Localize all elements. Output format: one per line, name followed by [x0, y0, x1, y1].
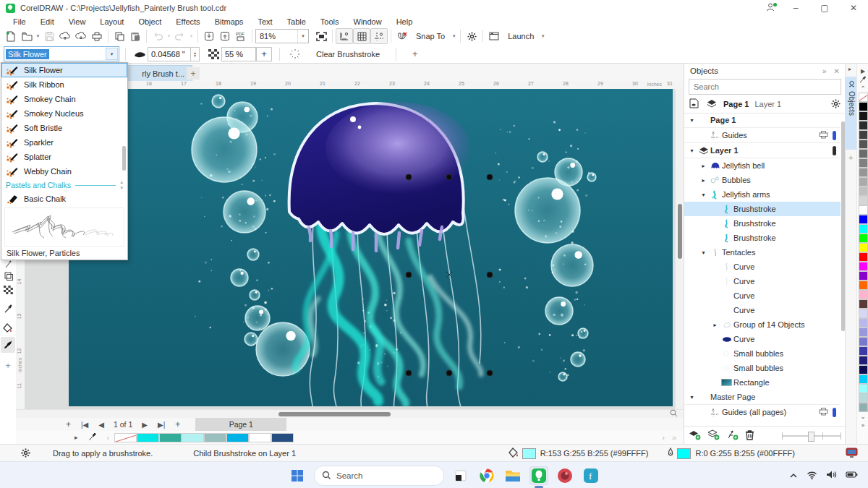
- crop-tool-icon[interactable]: [1, 267, 15, 283]
- show-grid-icon[interactable]: [353, 28, 370, 44]
- palette-expand-more-icon[interactable]: »: [861, 421, 864, 429]
- tree-expand-icon[interactable]: ▸: [710, 322, 720, 328]
- taskbar-search[interactable]: Search: [314, 466, 444, 486]
- drawing-page[interactable]: [69, 89, 673, 406]
- color-swatch-b8b8ec[interactable]: [859, 318, 868, 328]
- task-view-icon[interactable]: [451, 466, 470, 485]
- tree-expand-icon[interactable]: ▸: [699, 163, 708, 169]
- tree-row-brushstroke[interactable]: Brushstroke: [684, 231, 841, 245]
- menu-table[interactable]: Table: [280, 17, 313, 26]
- brush-option-smokey-nucleus[interactable]: Smokey Nucleus: [1, 106, 127, 121]
- new-layer-icon[interactable]: [689, 429, 701, 442]
- show-objects-icon[interactable]: [689, 98, 700, 110]
- menu-view[interactable]: View: [61, 17, 93, 26]
- doc-color-swatch-00b3e6[interactable]: [226, 433, 249, 442]
- menu-layout[interactable]: Layout: [93, 17, 131, 26]
- layer-state-icon[interactable]: [706, 99, 718, 109]
- color-swatch-d6d6f5[interactable]: [859, 309, 868, 318]
- tree-expand-icon[interactable]: ▸: [699, 177, 708, 184]
- tree-expand-icon[interactable]: ▾: [687, 117, 697, 124]
- publish-pdf-icon[interactable]: PDF: [233, 29, 249, 43]
- color-swatch-3a3aa8[interactable]: [859, 346, 868, 356]
- doc-color-swatch-264d80[interactable]: [271, 433, 294, 442]
- color-swatch-ff00ff[interactable]: [859, 262, 868, 271]
- menu-file[interactable]: File: [6, 17, 33, 26]
- palette-eyedropper-mini-icon[interactable]: [859, 75, 867, 84]
- menu-window[interactable]: Window: [346, 17, 389, 26]
- clear-brushstroke-button[interactable]: Clear Brushstroke: [310, 50, 386, 59]
- palette-scroll-down-icon[interactable]: ⌄: [861, 412, 866, 421]
- doc-color-swatch-33ad99[interactable]: [159, 433, 182, 442]
- color-swatch-9898dd[interactable]: [859, 328, 868, 337]
- layer-opacity-slider[interactable]: [782, 431, 841, 441]
- tree-row-jellyfish-bell[interactable]: ▸Jellyfish bell: [684, 158, 841, 173]
- page-tab[interactable]: Page 1: [195, 418, 286, 431]
- menu-effects[interactable]: Effects: [169, 17, 207, 26]
- printable-icon[interactable]: [819, 407, 828, 417]
- color-swatch-00ff00[interactable]: [859, 234, 868, 243]
- color-swatch-6b6b6b[interactable]: [859, 149, 868, 158]
- tree-row-jellyfish-arms[interactable]: ▾Jellyfish arms: [684, 187, 841, 202]
- objects-search-input[interactable]: [689, 82, 841, 91]
- transparency-icon[interactable]: [205, 47, 221, 61]
- layer-color-pill[interactable]: [833, 131, 836, 140]
- docker-expand-icon[interactable]: ▸: [848, 66, 851, 72]
- menu-tools[interactable]: Tools: [313, 17, 346, 26]
- display-settings-icon[interactable]: [846, 448, 858, 459]
- delete-icon[interactable]: [745, 429, 754, 442]
- dropdown-scrollbar-thumb[interactable]: [122, 146, 126, 171]
- doc-color-swatch-00e6e6[interactable]: [137, 433, 159, 442]
- palette-scroll-left-icon[interactable]: ‹: [102, 434, 114, 442]
- tray-chevron-icon[interactable]: [789, 471, 798, 480]
- transparency-increase-button[interactable]: +: [256, 47, 272, 61]
- tree-row-bubbles[interactable]: ▸Bubbles: [684, 173, 841, 187]
- color-swatch-none[interactable]: [859, 93, 868, 102]
- color-swatch-d6d6d6[interactable]: [859, 196, 868, 205]
- docker-collapse-icon[interactable]: »: [822, 67, 827, 75]
- first-page-icon[interactable]: |◀: [76, 421, 93, 429]
- menu-edit[interactable]: Edit: [33, 17, 61, 26]
- close-button[interactable]: ✕: [839, 0, 868, 16]
- color-swatch-969696[interactable]: [859, 168, 868, 177]
- printable-icon[interactable]: [819, 130, 828, 140]
- tree-expand-icon[interactable]: ▾: [687, 394, 697, 401]
- tree-expand-icon[interactable]: ▾: [687, 147, 697, 154]
- fill-color-swatch[interactable]: [522, 448, 536, 459]
- color-swatch-0000ff[interactable]: [859, 215, 868, 224]
- zoom-dropdown-icon[interactable]: ▾: [297, 30, 308, 43]
- tree-row-layer-1[interactable]: ▾Layer 1: [684, 143, 841, 158]
- tree-row-brushstroke[interactable]: Brushstroke: [684, 216, 841, 231]
- palette-scroll-right-icon[interactable]: ›: [662, 433, 665, 442]
- brush-option-basic-chalk[interactable]: Basic Chalk: [1, 192, 127, 206]
- menu-bitmaps[interactable]: Bitmaps: [208, 17, 251, 26]
- brush-category-row[interactable]: Pastels and Chalks ▴▾: [1, 179, 127, 192]
- save-icon[interactable]: [41, 29, 57, 43]
- show-guidelines-icon[interactable]: [370, 28, 388, 44]
- brush-option-sparkler[interactable]: Sparkler: [1, 135, 127, 150]
- slider-handle[interactable]: [808, 432, 814, 442]
- horizontal-scrollbar-thumb[interactable]: [278, 412, 391, 416]
- color-swatch-8fb0b0[interactable]: [859, 403, 868, 412]
- eyedropper-tool-icon[interactable]: [1, 301, 15, 317]
- color-swatch-404040[interactable]: [859, 130, 868, 140]
- doc-color-swatch-ffffff[interactable]: [249, 433, 271, 442]
- palette-eyedropper-icon[interactable]: [83, 432, 102, 442]
- color-swatch-c0c0c0[interactable]: [859, 187, 868, 196]
- tree-expand-icon[interactable]: ▾: [699, 249, 708, 256]
- paste-icon[interactable]: [127, 29, 143, 43]
- color-swatch-7878cc[interactable]: [859, 337, 868, 346]
- minimize-button[interactable]: –: [781, 0, 810, 16]
- brush-option-silk-ribbon[interactable]: Silk Ribbon: [1, 77, 127, 92]
- account-icon[interactable]: [760, 2, 781, 14]
- new-master-layer-all-pages-icon[interactable]: [726, 429, 739, 442]
- color-swatch-ababab[interactable]: [859, 177, 868, 187]
- undo-dropdown-icon[interactable]: ▾: [166, 33, 172, 39]
- brush-option-smokey-chain[interactable]: Smokey Chain: [1, 92, 127, 106]
- tree-row-guides[interactable]: Guides: [684, 128, 841, 143]
- redo-icon[interactable]: [172, 29, 188, 43]
- last-page-icon[interactable]: ▶|: [153, 421, 170, 429]
- add-tool-icon[interactable]: +: [1, 357, 15, 373]
- brush-style-combo[interactable]: Silk Flower ▾: [4, 46, 119, 61]
- nib-shape-icon[interactable]: [132, 47, 148, 61]
- wifi-icon[interactable]: [807, 471, 817, 481]
